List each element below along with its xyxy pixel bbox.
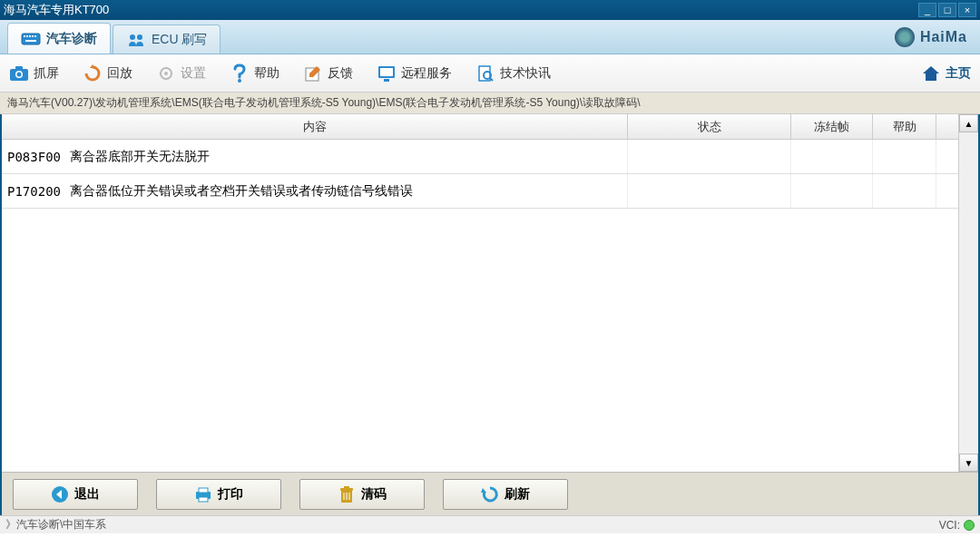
gear-icon (156, 64, 176, 83)
svg-rect-6 (25, 40, 36, 42)
content-area: 内容 状态 冻结帧 帮助 P083F00 离合器底部开关无法脱开 (0, 114, 980, 515)
svg-point-14 (164, 72, 168, 75)
home-icon (921, 64, 941, 83)
tech-news-button[interactable]: 技术快讯 (475, 64, 551, 83)
main-tabbar: 汽车诊断 ECU 刷写 HaiMa (0, 20, 980, 54)
svg-point-8 (137, 34, 142, 40)
svg-rect-1 (24, 35, 25, 37)
tool-label: 回放 (107, 65, 132, 82)
search-doc-icon (475, 64, 495, 83)
svg-rect-2 (26, 35, 28, 37)
minimize-button[interactable]: _ (918, 3, 936, 17)
scroll-track[interactable] (959, 132, 978, 454)
camera-icon (9, 64, 29, 83)
tool-label: 技术快讯 (500, 65, 551, 82)
tab-ecu-flash[interactable]: ECU 刷写 (113, 24, 220, 54)
th-content[interactable]: 内容 (2, 114, 628, 139)
trash-icon (338, 485, 356, 503)
vertical-scrollbar[interactable]: ▲ ▼ (958, 114, 978, 472)
back-arrow-icon (51, 485, 69, 503)
vci-label: VCI: (939, 519, 960, 532)
tool-label: 帮助 (254, 65, 279, 82)
svg-rect-29 (344, 486, 349, 489)
svg-rect-4 (32, 35, 34, 37)
refresh-button[interactable]: 刷新 (443, 479, 568, 510)
th-freeze[interactable]: 冻结帧 (791, 114, 873, 139)
th-status[interactable]: 状态 (628, 114, 791, 139)
dtc-help (873, 140, 936, 173)
print-button[interactable]: 打印 (156, 479, 281, 510)
refresh-icon (83, 64, 103, 83)
statusbar: 》汽车诊断\中国车系 VCI: (0, 515, 980, 533)
tab-label: ECU 刷写 (152, 32, 207, 48)
vci-connected-icon (964, 520, 975, 531)
people-icon (126, 33, 146, 47)
keyboard-icon (21, 32, 41, 46)
dtc-desc: 离合器底部开关无法脱开 (70, 149, 210, 165)
svg-rect-5 (34, 35, 36, 37)
svg-point-15 (238, 79, 241, 83)
dtc-table: 内容 状态 冻结帧 帮助 P083F00 离合器底部开关无法脱开 (2, 114, 958, 472)
brand-logo-area: HaiMa (895, 27, 967, 47)
tool-label: 抓屏 (34, 65, 59, 82)
table-row[interactable]: P170200 离合器低位开关错误或者空档开关错误或者传动链信号线错误 (2, 174, 958, 209)
exit-button[interactable]: 退出 (13, 479, 138, 510)
dtc-help (873, 174, 936, 208)
table-row[interactable]: P083F00 离合器底部开关无法脱开 (2, 140, 958, 174)
tab-diagnosis[interactable]: 汽车诊断 (7, 23, 111, 54)
action-button-bar: 退出 打印 清码 刷新 (2, 472, 978, 515)
remote-service-button[interactable]: 远程服务 (377, 64, 452, 83)
svg-rect-18 (380, 68, 393, 76)
dtc-code: P170200 (7, 184, 61, 199)
svg-point-7 (130, 34, 135, 40)
th-help[interactable]: 帮助 (873, 114, 936, 139)
refresh-icon (481, 485, 499, 503)
dtc-status (628, 174, 791, 208)
status-path: 》汽车诊断\中国车系 (5, 517, 106, 533)
window-titlebar: 海马汽车专用KT700 _ □ × (0, 0, 980, 20)
dtc-desc: 离合器低位开关错误或者空档开关错误或者传动链信号线错误 (70, 183, 413, 200)
tool-label: 主页 (946, 65, 971, 82)
tab-label: 汽车诊断 (46, 31, 97, 47)
home-button[interactable]: 主页 (921, 64, 971, 83)
tool-label: 反馈 (328, 65, 353, 82)
svg-rect-10 (15, 66, 23, 70)
main-toolbar: 抓屏 回放 设置 帮助 反馈 远程服务 技术快讯 (0, 54, 980, 93)
feedback-button[interactable]: 反馈 (303, 64, 353, 83)
tool-label: 远程服务 (401, 65, 452, 82)
window-title: 海马汽车专用KT700 (4, 2, 918, 18)
tool-label: 设置 (181, 65, 206, 82)
btn-label: 打印 (218, 486, 243, 503)
dtc-freeze (791, 174, 873, 208)
dtc-status (628, 140, 791, 173)
screenshot-button[interactable]: 抓屏 (9, 64, 59, 83)
haima-logo-icon (895, 27, 915, 47)
question-icon (230, 64, 250, 83)
dtc-code: P083F00 (7, 150, 61, 164)
scroll-down-button[interactable]: ▼ (959, 454, 978, 472)
btn-label: 清码 (361, 486, 387, 503)
table-header-row: 内容 状态 冻结帧 帮助 (2, 114, 958, 140)
brand-text: HaiMa (920, 29, 967, 45)
help-button[interactable]: 帮助 (230, 64, 279, 83)
maximize-button[interactable]: □ (938, 3, 956, 17)
printer-icon (194, 485, 212, 503)
vci-status: VCI: (939, 519, 975, 532)
close-button[interactable]: × (958, 3, 976, 17)
breadcrumb-text: 海马汽车(V00.27)\发动机管理系统\EMS(联合电子发动机管理系统-S5 … (7, 95, 640, 111)
svg-rect-3 (29, 35, 31, 37)
svg-rect-19 (384, 79, 389, 82)
playback-button[interactable]: 回放 (83, 64, 132, 83)
settings-button: 设置 (156, 64, 206, 83)
edit-icon (303, 64, 323, 83)
breadcrumb: 海马汽车(V00.27)\发动机管理系统\EMS(联合电子发动机管理系统-S5 … (0, 93, 980, 114)
monitor-icon (377, 64, 397, 83)
dtc-freeze (791, 140, 873, 173)
svg-rect-26 (199, 497, 208, 502)
svg-rect-0 (22, 34, 40, 44)
btn-label: 刷新 (505, 486, 530, 503)
scroll-up-button[interactable]: ▲ (959, 114, 978, 132)
clear-codes-button[interactable]: 清码 (299, 479, 425, 510)
svg-point-12 (17, 72, 22, 76)
btn-label: 退出 (74, 486, 100, 503)
